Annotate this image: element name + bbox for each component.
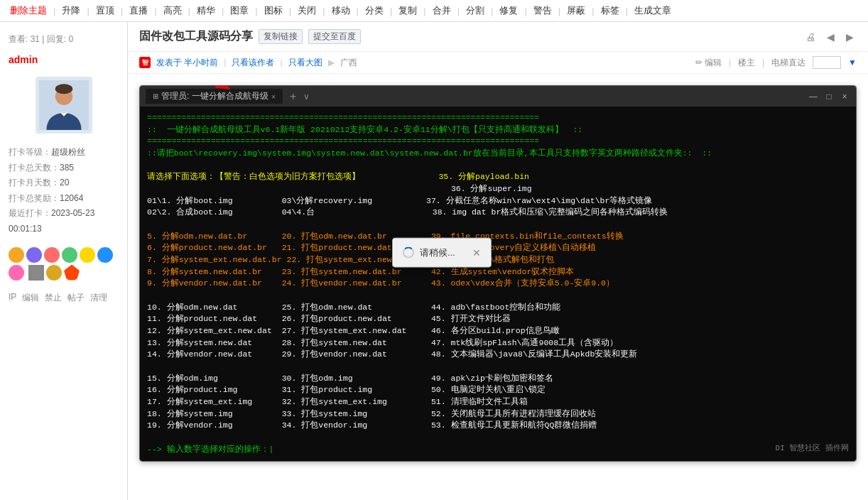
sep3: ▶ bbox=[328, 58, 335, 67]
elevator-input[interactable] bbox=[813, 56, 841, 69]
user-info: 打卡等级：超级粉丝 打卡总天数：385 打卡月天数：20 打卡总奖励：12064… bbox=[0, 141, 127, 241]
window-close-button[interactable]: × bbox=[839, 91, 850, 102]
toolbar-copy[interactable]: 复制 bbox=[394, 3, 421, 18]
term-line-14: 9. 分解vendor.new.dat.br 24. 打包vendor.new.… bbox=[147, 278, 849, 290]
terminal-window-controls: — □ × bbox=[808, 91, 850, 102]
divider13: | bbox=[457, 6, 460, 16]
toolbar-pin[interactable]: 置顶 bbox=[92, 3, 119, 18]
divider11: | bbox=[390, 6, 392, 16]
term-line-22: 15. 分解odm.img 30. 打包odm.img 49. apk\zip卡… bbox=[147, 373, 849, 385]
term-line-23: 16. 分解product.img 31. 打包product.img 50. … bbox=[147, 384, 849, 396]
next-icon[interactable]: ▶ bbox=[843, 30, 857, 44]
window-maximize-button[interactable]: □ bbox=[823, 91, 835, 102]
admin-name: admin bbox=[0, 50, 127, 70]
divider12: | bbox=[423, 6, 425, 16]
term-line-16: 10. 分解odm.new.dat 25. 打包odm.new.dat 44. … bbox=[147, 302, 849, 314]
top-toolbar: 删除主题 | 升降 | 置顶 | 直播 | 高亮 | 精华 | 图章 | 图标 … bbox=[0, 0, 868, 22]
toolbar-icon[interactable]: 图标 bbox=[260, 3, 287, 18]
divider15: | bbox=[524, 6, 526, 16]
toolbar-featured[interactable]: 精华 bbox=[192, 3, 219, 18]
action-clean[interactable]: 清理 bbox=[90, 292, 107, 304]
badge-4 bbox=[62, 247, 77, 263]
divider9: | bbox=[322, 6, 325, 16]
dialog-close-button[interactable]: ✕ bbox=[472, 245, 481, 259]
submit-baidu-button[interactable]: 提交至百度 bbox=[308, 29, 361, 44]
badge-1 bbox=[9, 247, 24, 263]
window-minimize-button[interactable]: — bbox=[808, 91, 819, 102]
elevator-arrow[interactable]: ▼ bbox=[848, 58, 857, 67]
toolbar-repair[interactable]: 修复 bbox=[495, 3, 522, 18]
toolbar-warning[interactable]: 警告 bbox=[529, 3, 556, 18]
term-line-21 bbox=[147, 361, 849, 373]
toolbar-block[interactable]: 屏蔽 bbox=[563, 3, 590, 18]
svg-point-2 bbox=[55, 84, 72, 94]
divider3: | bbox=[121, 6, 123, 16]
badge-3 bbox=[44, 247, 60, 263]
term-line-27 bbox=[147, 432, 849, 444]
toolbar-generate-article[interactable]: 生成文章 bbox=[630, 3, 676, 18]
term-line-15 bbox=[147, 290, 849, 302]
term-line-9 bbox=[147, 219, 849, 231]
action-posts[interactable]: 帖子 bbox=[67, 292, 85, 304]
toolbar-split[interactable]: 分割 bbox=[462, 3, 489, 18]
divider7: | bbox=[255, 6, 257, 16]
toolbar-highlight[interactable]: 高亮 bbox=[159, 3, 186, 18]
term-line-8: 02\2. 合成boot.img 04\4.台 38. img dat br格式… bbox=[147, 207, 849, 219]
post-header: 固件改包工具源码分享 复制链接 提交至百度 🖨 ◀ ▶ bbox=[128, 22, 868, 52]
toolbar-upgrade[interactable]: 升降 bbox=[58, 3, 85, 18]
toolbar-delete-topic[interactable]: 删除主题 bbox=[6, 3, 51, 18]
terminal-tab-close[interactable]: × bbox=[271, 92, 276, 101]
term-line-7: 01\1. 分解boot.img 03\分解recovery.img 37. 分… bbox=[147, 195, 849, 207]
term-line-20: 14. 分解vendor.new.dat 29. 打包vendor.new.da… bbox=[147, 349, 849, 361]
term-line-24: 17. 分解system_ext.img 32. 打包system_ext.im… bbox=[147, 396, 849, 408]
user-info-row-1: 打卡等级：超级粉丝 bbox=[9, 145, 119, 161]
main-container: 查看: 31 | 回复: 0 admin bbox=[0, 22, 868, 500]
print-icon[interactable]: 🖨 bbox=[803, 30, 818, 44]
badge-row bbox=[0, 241, 127, 286]
user-info-row-5: 最近打卡：2023-05-23 00:01:13 bbox=[9, 206, 119, 237]
badge-7 bbox=[9, 265, 24, 281]
action-ip[interactable]: IP bbox=[9, 292, 16, 304]
term-line-10: 5. 分解odm.new.dat.br 20. 打包odm.new.dat.br… bbox=[147, 231, 849, 243]
elevator-label: 电梯直达 bbox=[771, 57, 805, 69]
term-line-12: 7. 分解system_ext.new.dat.br 22. 打包system_… bbox=[147, 254, 849, 266]
meta-location: 广西 bbox=[340, 57, 357, 69]
copy-link-button[interactable]: 复制链接 bbox=[259, 29, 303, 44]
term-line-13: 8. 分解system.new.dat.br 23. 打包system.new.… bbox=[147, 266, 849, 278]
toolbar-close[interactable]: 关闭 bbox=[293, 3, 320, 18]
toolbar-merge[interactable]: 合并 bbox=[428, 3, 455, 18]
terminal-tab-add[interactable]: + bbox=[287, 90, 299, 103]
user-info-row-3: 打卡月天数：20 bbox=[9, 175, 119, 191]
term-line-17: 11. 分解product.new.dat 26. 打包product.new.… bbox=[147, 313, 849, 325]
site-icon: 智 bbox=[139, 57, 151, 68]
term-line-19: 13. 分解system.new.dat 28. 打包system.new.da… bbox=[147, 337, 849, 349]
term-line-3: ::请把boot\recovery.img\system.img\system.… bbox=[147, 148, 849, 160]
action-ban[interactable]: 禁止 bbox=[45, 292, 62, 304]
sep1: | bbox=[224, 58, 226, 67]
sidebar-actions: IP 编辑 禁止 帖子 清理 bbox=[0, 286, 127, 310]
terminal-tab-title: 管理员: 一键分解合成航母级 bbox=[161, 90, 268, 102]
action-edit[interactable]: 编辑 bbox=[22, 292, 39, 304]
divider14: | bbox=[491, 6, 493, 16]
terminal-tab-more[interactable]: ∨ bbox=[303, 92, 310, 102]
toolbar-live[interactable]: 直播 bbox=[125, 3, 152, 18]
edit-button[interactable]: ✏ 编辑 bbox=[695, 57, 722, 69]
watermark-text: DI 智慧社区 插件网 bbox=[776, 443, 849, 455]
post-meta: 智 发表于 半小时前 | 只看该作者 | 只看大图 ▶ 广西 ✏ 编辑 | 楼主… bbox=[128, 52, 868, 74]
terminal-tab[interactable]: ⊞ 管理员: 一键分解合成航母级 × bbox=[146, 89, 283, 104]
meta-bigimg[interactable]: 只看大图 bbox=[288, 57, 322, 69]
meta-time[interactable]: 发表于 半小时前 bbox=[156, 57, 218, 69]
content-area: 固件改包工具源码分享 复制链接 提交至百度 🖨 ◀ ▶ 智 发表于 半小时前 |… bbox=[128, 22, 868, 500]
prev-icon[interactable]: ◀ bbox=[824, 30, 837, 44]
toolbar-classify[interactable]: 分类 bbox=[361, 3, 388, 18]
post-header-right: 🖨 ◀ ▶ bbox=[803, 30, 857, 44]
dialog-text: 请稍候... bbox=[420, 246, 455, 259]
sep5: | bbox=[762, 58, 764, 67]
divider2: | bbox=[87, 6, 89, 16]
meta-author[interactable]: 只看该作者 bbox=[232, 57, 274, 69]
toolbar-tag[interactable]: 标签 bbox=[597, 3, 624, 18]
badge-6 bbox=[97, 247, 113, 263]
toolbar-move[interactable]: 移动 bbox=[327, 3, 354, 18]
pencil-icon: ✏ bbox=[695, 58, 702, 67]
toolbar-stamp[interactable]: 图章 bbox=[226, 3, 253, 18]
